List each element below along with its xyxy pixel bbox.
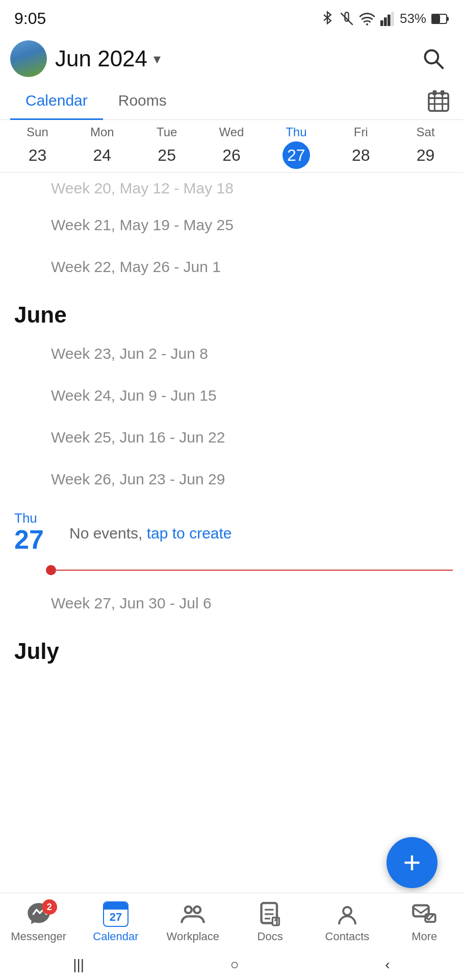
main-scroll-area: Week 20, May 12 - May 18 Week 21, May 19…: [0, 173, 463, 771]
add-event-fab[interactable]: +: [387, 837, 438, 888]
calendar-label: Calendar: [93, 930, 138, 943]
day-name-sun: Sun: [27, 125, 48, 139]
current-time-indicator: [0, 560, 463, 580]
day-fri[interactable]: Fri 28: [328, 125, 393, 169]
dropdown-arrow-icon[interactable]: ▾: [153, 51, 161, 67]
docs-icon: [259, 902, 281, 926]
tap-to-create-link[interactable]: tap to create: [147, 525, 232, 542]
day-num-23: 23: [23, 141, 51, 169]
nav-item-calendar[interactable]: 27 Calendar: [85, 901, 146, 943]
messenger-icon-wrap: 2: [23, 901, 54, 927]
back-button[interactable]: ‹: [385, 957, 390, 973]
nav-item-docs[interactable]: Docs: [240, 901, 301, 943]
calendar-icon-wrap: 27: [100, 901, 131, 927]
day-num-27: 27: [282, 141, 310, 169]
today-date-left: Thu 27: [14, 510, 55, 553]
wifi-icon: [359, 12, 375, 26]
day-mon[interactable]: Mon 24: [70, 125, 135, 169]
calendar-icon: 27: [103, 901, 128, 927]
svg-rect-18: [433, 90, 437, 95]
day-num-29: 29: [412, 141, 440, 169]
svg-rect-4: [380, 20, 383, 26]
week-24-label: Week 24, Jun 9 - Jun 15: [51, 387, 217, 404]
avatar[interactable]: [10, 40, 47, 77]
no-events-text: No events,: [69, 525, 147, 542]
contacts-icon: [336, 902, 358, 926]
search-icon: [422, 47, 445, 70]
day-wed[interactable]: Wed 26: [199, 125, 264, 169]
messenger-badge: 2: [42, 899, 57, 915]
june-header: June: [0, 288, 463, 333]
status-time: 9:05: [14, 9, 46, 28]
day-name-thu: Thu: [286, 125, 306, 139]
battery-percent: 53%: [400, 11, 426, 27]
calendar-grid-view-button[interactable]: [424, 87, 453, 115]
nav-item-messenger[interactable]: 2 Messenger: [8, 901, 69, 943]
day-name-mon: Mon: [90, 125, 114, 139]
search-button[interactable]: [418, 43, 449, 74]
bluetooth-icon: [320, 11, 335, 27]
week-item-27[interactable]: Week 27, Jun 30 - Jul 6: [0, 582, 463, 624]
tab-rooms[interactable]: Rooms: [103, 83, 182, 120]
day-num-28: 28: [347, 141, 375, 169]
nav-item-workplace[interactable]: Workplace: [162, 901, 223, 943]
recent-apps-button[interactable]: |||: [73, 957, 84, 973]
bottom-nav: 2 Messenger 27 Calendar Workplace: [0, 893, 463, 949]
more-icon: [411, 902, 438, 926]
fab-plus-icon: +: [403, 847, 421, 878]
week-item-25[interactable]: Week 25, Jun 16 - Jun 22: [0, 416, 463, 458]
svg-point-21: [194, 906, 200, 913]
week-23-label: Week 23, Jun 2 - Jun 8: [51, 345, 208, 362]
day-sat[interactable]: Sat 29: [393, 125, 458, 169]
svg-rect-13: [429, 93, 448, 111]
svg-rect-5: [384, 17, 387, 26]
week-25-label: Week 25, Jun 16 - Jun 22: [51, 429, 225, 446]
contacts-label: Contacts: [325, 930, 370, 943]
messenger-label: Messenger: [11, 930, 66, 943]
tab-calendar[interactable]: Calendar: [10, 83, 103, 120]
week-item-26[interactable]: Week 26, Jun 23 - Jun 29: [0, 458, 463, 500]
day-name-wed: Wed: [219, 125, 244, 139]
day-num-25: 25: [153, 141, 181, 169]
day-name-tue: Tue: [157, 125, 177, 139]
july-label: July: [14, 639, 59, 664]
status-icons: 53%: [320, 11, 449, 27]
docs-label: Docs: [258, 930, 283, 943]
system-nav: ||| ○ ‹: [0, 949, 463, 980]
day-tue[interactable]: Tue 25: [135, 125, 199, 169]
day-num-24: 24: [88, 141, 116, 169]
svg-rect-19: [441, 90, 445, 95]
week-21-label: Week 21, May 19 - May 25: [51, 216, 234, 233]
week-item-partial[interactable]: Week 20, May 12 - May 18: [0, 173, 463, 204]
time-line: [56, 570, 453, 571]
week-item-21[interactable]: Week 21, May 19 - May 25: [0, 204, 463, 246]
month-year-label: Jun 2024: [55, 46, 147, 71]
week-22-label: Week 22, May 26 - Jun 1: [51, 258, 221, 275]
week-26-label: Week 26, Jun 23 - Jun 29: [51, 471, 225, 487]
day-sun[interactable]: Sun 23: [5, 125, 70, 169]
cal-icon-header: [104, 902, 127, 910]
home-button[interactable]: ○: [230, 957, 239, 973]
header-title[interactable]: Jun 2024 ▾: [55, 46, 161, 71]
week-item-24[interactable]: Week 24, Jun 9 - Jun 15: [0, 375, 463, 416]
cal-icon-num: 27: [110, 910, 122, 924]
svg-point-28: [343, 907, 351, 915]
day-name-sat: Sat: [417, 125, 435, 139]
june-label: June: [14, 302, 67, 327]
tabs-row: Calendar Rooms: [0, 82, 463, 120]
day-thu[interactable]: Thu 27: [264, 125, 328, 169]
workplace-icon-wrap: [177, 901, 208, 927]
time-dot: [46, 565, 56, 575]
more-label: More: [411, 930, 437, 943]
battery-icon: [431, 13, 449, 24]
nav-item-more[interactable]: More: [394, 901, 455, 943]
svg-rect-9: [432, 15, 440, 23]
week-item-23[interactable]: Week 23, Jun 2 - Jun 8: [0, 333, 463, 375]
day-num-26: 26: [218, 141, 245, 169]
week-item-22[interactable]: Week 22, May 26 - Jun 1: [0, 246, 463, 288]
svg-point-3: [366, 23, 368, 25]
more-icon-wrap: [409, 901, 440, 927]
nav-item-contacts[interactable]: Contacts: [317, 901, 378, 943]
svg-line-2: [341, 13, 352, 24]
tabs-left: Calendar Rooms: [10, 82, 182, 119]
